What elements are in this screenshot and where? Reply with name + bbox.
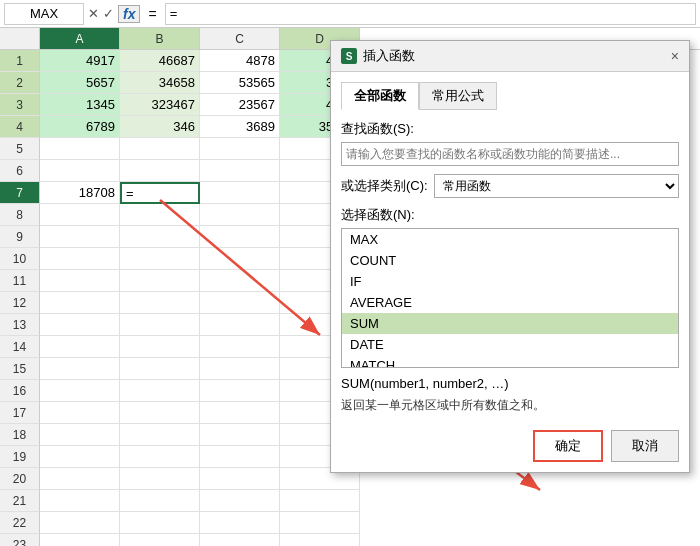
cell-c1[interactable]: 4878 bbox=[200, 50, 280, 72]
fx-button[interactable]: fx bbox=[118, 5, 140, 23]
row-header-23[interactable]: 23 bbox=[0, 534, 40, 546]
func-list-label: 选择函数(N): bbox=[341, 206, 679, 224]
corner-cell bbox=[0, 28, 40, 49]
row-header-3[interactable]: 3 bbox=[0, 94, 40, 116]
row-header-18[interactable]: 18 bbox=[0, 424, 40, 446]
category-select[interactable]: 常用函数 全部 财务 日期与时间 数学与三角函数 bbox=[434, 174, 679, 198]
cell-c5[interactable] bbox=[200, 138, 280, 160]
row-header-2[interactable]: 2 bbox=[0, 72, 40, 94]
tab-all-functions[interactable]: 全部函数 bbox=[341, 82, 419, 110]
cell-b4[interactable]: 346 bbox=[120, 116, 200, 138]
cell-a7[interactable]: 18708 bbox=[40, 182, 120, 204]
row-header-14[interactable]: 14 bbox=[0, 336, 40, 358]
cell-b3[interactable]: 323467 bbox=[120, 94, 200, 116]
cancel-button[interactable]: 取消 bbox=[611, 430, 679, 462]
dialog-title-bar: S 插入函数 × bbox=[331, 41, 689, 72]
col-header-c[interactable]: C bbox=[200, 28, 280, 49]
row-header-5[interactable]: 5 bbox=[0, 138, 40, 160]
row-header-19[interactable]: 19 bbox=[0, 446, 40, 468]
dialog-buttons: 确定 取消 bbox=[341, 430, 679, 462]
cell-c4[interactable]: 3689 bbox=[200, 116, 280, 138]
table-row bbox=[40, 490, 700, 512]
row-header-4[interactable]: 4 bbox=[0, 116, 40, 138]
func-item-match[interactable]: MATCH bbox=[342, 355, 678, 368]
dialog-icon: S bbox=[341, 48, 357, 64]
cell-a4[interactable]: 6789 bbox=[40, 116, 120, 138]
row-header-20[interactable]: 20 bbox=[0, 468, 40, 490]
cell-a5[interactable] bbox=[40, 138, 120, 160]
row-header-8[interactable]: 8 bbox=[0, 204, 40, 226]
function-list[interactable]: MAX COUNT IF AVERAGE SUM DATE MATCH IFER… bbox=[341, 228, 679, 368]
formula-bar: MAX ✕ ✓ fx = bbox=[0, 0, 700, 28]
formula-controls: ✕ ✓ bbox=[88, 6, 114, 21]
table-row bbox=[40, 534, 700, 546]
func-item-average[interactable]: AVERAGE bbox=[342, 292, 678, 313]
func-item-sum[interactable]: SUM bbox=[342, 313, 678, 334]
cell-b6[interactable] bbox=[120, 160, 200, 182]
cell-c7[interactable] bbox=[200, 182, 280, 204]
col-header-b[interactable]: B bbox=[120, 28, 200, 49]
dialog-body: 全部函数 常用公式 查找函数(S): 或选择类别(C): 常用函数 全部 财务 … bbox=[331, 72, 689, 472]
formula-input[interactable] bbox=[165, 3, 696, 25]
func-item-max[interactable]: MAX bbox=[342, 229, 678, 250]
search-row bbox=[341, 142, 679, 166]
row-header-9[interactable]: 9 bbox=[0, 226, 40, 248]
func-item-if[interactable]: IF bbox=[342, 271, 678, 292]
func-item-date[interactable]: DATE bbox=[342, 334, 678, 355]
cell-c2[interactable]: 53565 bbox=[200, 72, 280, 94]
table-row bbox=[40, 512, 700, 534]
row-header-10[interactable]: 10 bbox=[0, 248, 40, 270]
cell-b1[interactable]: 46687 bbox=[120, 50, 200, 72]
dialog-title: 插入函数 bbox=[363, 47, 665, 65]
confirm-button[interactable]: 确定 bbox=[533, 430, 603, 462]
cell-b2[interactable]: 34658 bbox=[120, 72, 200, 94]
equals-sign: = bbox=[144, 6, 160, 22]
row-header-13[interactable]: 13 bbox=[0, 314, 40, 336]
cell-c6[interactable] bbox=[200, 160, 280, 182]
dialog-close-button[interactable]: × bbox=[671, 48, 679, 64]
cell-a6[interactable] bbox=[40, 160, 120, 182]
cancel-formula-icon[interactable]: ✕ bbox=[88, 6, 99, 21]
row-header-22[interactable]: 22 bbox=[0, 512, 40, 534]
func-item-count[interactable]: COUNT bbox=[342, 250, 678, 271]
insert-function-dialog: S 插入函数 × 全部函数 常用公式 查找函数(S): 或选择类别(C): 常用… bbox=[330, 40, 690, 473]
cell-a2[interactable]: 5657 bbox=[40, 72, 120, 94]
confirm-formula-icon[interactable]: ✓ bbox=[103, 6, 114, 21]
row-header-1[interactable]: 1 bbox=[0, 50, 40, 72]
search-input[interactable] bbox=[341, 142, 679, 166]
name-box[interactable]: MAX bbox=[4, 3, 84, 25]
cell-a3[interactable]: 1345 bbox=[40, 94, 120, 116]
func-signature: SUM(number1, number2, …) bbox=[341, 376, 679, 391]
row-header-17[interactable]: 17 bbox=[0, 402, 40, 424]
tab-common-formulas[interactable]: 常用公式 bbox=[419, 82, 497, 110]
category-label: 或选择类别(C): bbox=[341, 177, 428, 195]
row-header-12[interactable]: 12 bbox=[0, 292, 40, 314]
cell-a1[interactable]: 4917 bbox=[40, 50, 120, 72]
search-label: 查找函数(S): bbox=[341, 120, 679, 138]
func-description: 返回某一单元格区域中所有数值之和。 bbox=[341, 397, 679, 414]
cell-b7[interactable]: = bbox=[120, 182, 200, 204]
col-header-a[interactable]: A bbox=[40, 28, 120, 49]
row-header-16[interactable]: 16 bbox=[0, 380, 40, 402]
cell-c3[interactable]: 23567 bbox=[200, 94, 280, 116]
row-headers: 1 2 3 4 5 6 7 8 9 10 11 12 13 14 15 16 1… bbox=[0, 50, 40, 546]
row-header-7[interactable]: 7 bbox=[0, 182, 40, 204]
dialog-tabs: 全部函数 常用公式 bbox=[341, 82, 679, 110]
row-header-6[interactable]: 6 bbox=[0, 160, 40, 182]
category-row: 或选择类别(C): 常用函数 全部 财务 日期与时间 数学与三角函数 bbox=[341, 174, 679, 198]
row-header-11[interactable]: 11 bbox=[0, 270, 40, 292]
row-header-21[interactable]: 21 bbox=[0, 490, 40, 512]
row-header-15[interactable]: 15 bbox=[0, 358, 40, 380]
cell-b5[interactable] bbox=[120, 138, 200, 160]
